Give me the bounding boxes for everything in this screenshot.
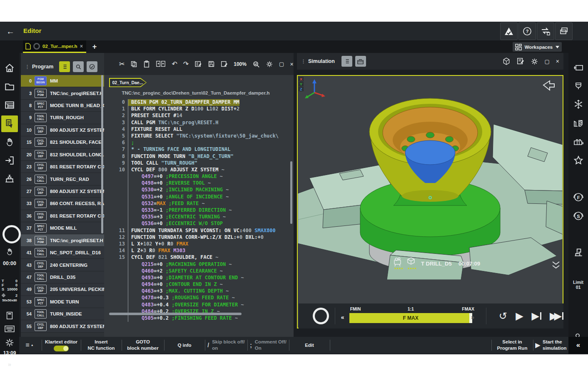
program-row[interactable]: 0PGMBEGINMM [21, 75, 104, 87]
tab-close-icon[interactable]: × [79, 43, 84, 49]
search-button[interactable] [73, 61, 84, 72]
program-row[interactable]: 26TOOLCALLTURN_REC_RAD [21, 173, 104, 185]
editor-icon-active[interactable] [1, 115, 18, 132]
program-row[interactable]: 41TOOLCALLNC_SPOT_DRILL_D16 [21, 247, 104, 259]
code-line[interactable]: Q494=+0 ;CONTOUR END IN Z ~ [104, 281, 294, 288]
code-line[interactable]: 11FUNCTION TURNDATA SPIN VCONST: ON VC:4… [104, 228, 294, 234]
machine-status-icon[interactable] [570, 244, 587, 261]
program-row[interactable]: 8SPECFCTMODE TURN B_HEAD_C_T [21, 100, 104, 112]
code-line[interactable]: 4FIXTURE RESET ALL [104, 126, 294, 133]
program-row[interactable]: 36CYCLDEF801 RESET ROTARY COOR [21, 210, 104, 222]
breadcrumb-tag[interactable]: 02_Turn_Dae... [109, 78, 147, 87]
expand-rail-button[interactable]: » [0, 361, 19, 368]
tool-icon[interactable] [570, 78, 587, 95]
code-line[interactable]: 15CYCL DEF 821 SHOULDER, FACE ~ [104, 254, 294, 261]
code-line[interactable]: 7* - TURNING FACE AND LONGITUDINAL [104, 146, 294, 153]
code-line[interactable]: 14L Z+3 R0 FMAX M303 [104, 248, 294, 254]
form-edit-icon[interactable] [194, 60, 202, 68]
back-button[interactable]: ← [4, 25, 17, 38]
compare-documents-icon[interactable] [156, 60, 166, 68]
operation-indicator-icon[interactable] [2, 225, 21, 243]
feed-rate-slider[interactable]: F MAX [349, 313, 472, 323]
sim-program-icon[interactable] [517, 58, 524, 65]
sim-drag-handle[interactable]: ⋮ [301, 59, 306, 64]
code-line[interactable]: 3CALL PGM TNC:\nc_prog\RESET.H [104, 120, 294, 126]
program-row[interactable]: 20CYCLDEF812 SHOULDER, LONG. EX [21, 149, 104, 161]
slider-decrease-icon[interactable]: « [341, 314, 344, 321]
code-line[interactable]: Q530=+2 ;INCLINED MACHINING ~ [104, 187, 294, 193]
program-row[interactable]: 38CALLPGMTNC:\nc_prog\RESET.H [21, 234, 104, 246]
program-row[interactable]: 54TOOLCALLTURN_INSIDE [21, 308, 104, 320]
favorites-star-icon[interactable] [570, 152, 587, 169]
program-run-icon[interactable] [1, 152, 18, 169]
program-row[interactable]: 15CYCLDEF821 SHOULDER, FACE [21, 136, 104, 148]
code-line[interactable]: 6; [104, 140, 294, 146]
code-line[interactable]: 1BLK FORM CYLINDER Z D100 L102 DIST+2 [104, 106, 294, 113]
program-row[interactable]: 3CALLPGMTNC:\nc_prog\RESET.H [21, 87, 104, 99]
zoom-reset-icon[interactable] [252, 60, 260, 68]
code-line[interactable]: 12FUNCTION TURNDATA CORR-WPL:Z/X DZL:+0 … [104, 234, 294, 241]
code-line[interactable]: Q460=+2 ;SAFETY CLEARANCE ~ [104, 268, 294, 275]
menu-button[interactable]: ≡▲ [19, 337, 40, 353]
code-line[interactable]: Q215=+0 ;MACHINING OPERATION ~ [104, 261, 294, 268]
code-line[interactable]: 9TOOL CALL "TURN_ROUGH" [104, 160, 294, 167]
simulation-viewport[interactable]: X Y Z T DRILL_D5 00:07: [297, 75, 563, 328]
collapse-rail-button[interactable]: « [568, 337, 588, 353]
code-line[interactable]: Q497=+0 ;PRECESSION ANGLE ~ [104, 173, 294, 180]
code-line[interactable]: 10CYCL DEF 800 ADJUST XZ SYSTEM ~ [104, 167, 294, 173]
start-simulation-button[interactable]: ▶ Start thesimulation [534, 337, 568, 353]
code-line[interactable]: Q478=+0.3 ;ROUGHING FEED RATE ~ [104, 295, 294, 301]
code-horizontal-scrollbar[interactable] [109, 313, 242, 315]
zoom-level[interactable]: 100% [234, 61, 247, 67]
settings-gear-icon[interactable] [1, 334, 18, 351]
panel-drag-handle[interactable]: ⋮ [25, 64, 30, 70]
copy-icon[interactable] [130, 60, 137, 68]
save-as-icon[interactable] [221, 60, 228, 68]
program-row[interactable]: 9TOOLCALLTURN_ROUGH [21, 112, 104, 124]
slider-increase-icon[interactable]: » [471, 314, 474, 321]
sim-toolbox-button[interactable] [355, 56, 366, 67]
reset-simulation-icon[interactable]: ↺ [499, 311, 507, 321]
program-row[interactable]: 23CYCLDEF801 RESET ROTARY COOR [21, 161, 104, 173]
diagnostics-button[interactable] [500, 23, 518, 40]
home-icon[interactable] [1, 60, 18, 76]
sim-close-icon[interactable]: × [556, 58, 559, 65]
code-line[interactable]: 13L X+102 Y+0 R0 FMAX [104, 241, 294, 248]
add-tab-button[interactable]: + [90, 42, 99, 51]
sim-view-list-button[interactable] [341, 56, 352, 67]
code-line[interactable]: Q531=+0 ;ANGLE OF INCIDENCE ~ [104, 194, 294, 201]
fast-forward-icon[interactable]: ▶▶ [550, 311, 563, 321]
window-layout-button[interactable] [555, 23, 573, 40]
code-line[interactable]: Q533=-1 ;PREFERRED DIRECTION ~ [104, 207, 294, 214]
screen-switch-button[interactable] [537, 23, 554, 40]
code-line[interactable]: 2PRESET SELECT #14 [104, 113, 294, 119]
q-info-button[interactable]: Q info [165, 337, 204, 353]
3d-view-cube-icon[interactable] [502, 57, 511, 65]
close-panel-icon[interactable]: × [290, 60, 294, 68]
fixture-icon[interactable] [570, 133, 587, 150]
program-row[interactable]: 43CYCLDEF240 CENTERING [21, 259, 104, 271]
status-overview-icon[interactable] [1, 97, 18, 113]
paste-icon[interactable] [143, 60, 150, 68]
redo-icon[interactable]: ↷ [183, 60, 189, 68]
toggle-on-icon[interactable] [54, 346, 69, 351]
select-in-program-run-button[interactable]: Select inProgram Run [492, 337, 532, 353]
code-line[interactable]: 8FUNCTION MODE TURN "B_HEAD_C_TURN" [104, 153, 294, 160]
tool-usage-icon[interactable] [570, 115, 587, 131]
single-step-icon[interactable]: ▶ [532, 311, 541, 321]
editor-settings-gear-icon[interactable] [266, 60, 273, 68]
program-row[interactable]: 55CYCLDEF800 ADJUST XZ SYSTEM [21, 320, 104, 332]
workspaces-button[interactable]: Workspaces [513, 42, 562, 52]
coolant-snowflake-icon[interactable] [570, 96, 587, 113]
comment-button[interactable]: ; Comment Off/On [248, 337, 288, 353]
undo-icon[interactable]: ↶ [172, 60, 177, 68]
code-line[interactable]: Q498=+0 ;REVERSE TOOL ~ [104, 180, 294, 187]
file-manager-icon[interactable] [1, 78, 18, 95]
insert-nc-function-button[interactable]: InsertNC function [82, 337, 121, 353]
cut-icon[interactable]: ✂ [119, 60, 125, 68]
program-row[interactable]: 49CYCLDEF205 UNIVERSAL PECKING [21, 283, 104, 296]
sim-settings-gear-icon[interactable] [531, 58, 538, 65]
goto-block-number-button[interactable]: GOTOblock number [122, 337, 163, 353]
klartext-editor-toggle[interactable]: Klartext editor [42, 337, 80, 353]
save-icon[interactable] [208, 60, 215, 68]
